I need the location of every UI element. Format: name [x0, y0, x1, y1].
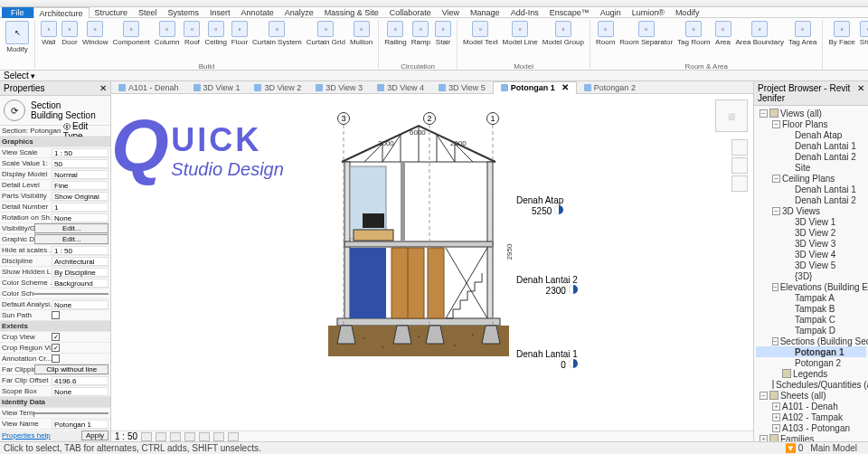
menu-tab[interactable]: Annotate — [236, 7, 279, 18]
tree-item[interactable]: 3D View 4 — [756, 249, 866, 260]
tree-expander[interactable]: − — [772, 175, 780, 183]
tag-room-button[interactable]: ▫Tag Room — [675, 20, 712, 47]
prop-value[interactable]: None — [52, 300, 108, 309]
menu-tab[interactable]: View — [437, 7, 465, 18]
sun-path-icon[interactable] — [170, 432, 181, 441]
model-selector[interactable]: Main Model — [810, 443, 857, 453]
close-tab-icon[interactable]: ✕ — [561, 81, 569, 94]
prop-group-header[interactable]: Graphics — [0, 137, 110, 147]
tree-item[interactable]: −3D Views — [756, 205, 866, 216]
menu-tab[interactable]: Collaborate — [384, 7, 437, 18]
area-button[interactable]: ▫Area — [713, 20, 733, 47]
menu-tab[interactable]: Enscape™ — [544, 7, 595, 18]
tree-expander[interactable]: − — [772, 120, 780, 128]
modify-button[interactable]: ↖ Modify — [4, 20, 31, 54]
view-tab[interactable]: 3D View 4 — [370, 81, 431, 94]
view-tab[interactable]: 3D View 1 — [186, 81, 248, 94]
menu-tab[interactable]: Systems — [163, 7, 205, 18]
visual-style-icon[interactable] — [156, 432, 166, 441]
prop-value[interactable]: 1 — [52, 203, 108, 212]
prop-value[interactable]: 4196.6 — [52, 376, 108, 385]
hide-icon[interactable] — [213, 432, 224, 441]
view-tab[interactable]: 3D View 5 — [431, 81, 493, 94]
room-button[interactable]: ▫Room — [594, 20, 617, 47]
railing-button[interactable]: ▫Railing — [382, 20, 408, 47]
prop-edit-button[interactable]: Edit... — [34, 234, 108, 244]
tree-expander[interactable]: − — [772, 207, 780, 215]
tree-item[interactable]: −Ceiling Plans — [756, 173, 866, 184]
shadows-icon[interactable] — [184, 432, 195, 441]
view-tab[interactable]: Potongan 1 ✕ — [493, 81, 577, 94]
tree-item[interactable]: {3D} — [756, 270, 866, 281]
tree-item[interactable]: Tampak C — [756, 314, 866, 325]
tree-item[interactable]: +A103 - Potongan — [756, 422, 866, 433]
grid-bubble[interactable]: 1 — [486, 112, 499, 125]
model-group-button[interactable]: ▫Model Group — [541, 20, 586, 47]
prop-edit-button[interactable]: Edit... — [34, 223, 108, 233]
prop-group-header[interactable]: Extents — [0, 321, 110, 332]
mullion-button[interactable]: ▫Mullion — [348, 20, 374, 47]
level-marker[interactable]: Denah Atap5250 — [516, 195, 563, 216]
menu-tab[interactable]: Insert — [204, 7, 236, 18]
level-marker[interactable]: Denah Lantai 22300 — [516, 275, 578, 296]
menu-tab[interactable]: Steel — [133, 7, 163, 18]
tree-item[interactable]: Denah Lantai 2 — [756, 194, 866, 205]
view-tab[interactable]: 3D View 2 — [247, 81, 308, 94]
select-dropdown[interactable]: Select ▾ — [0, 71, 868, 81]
close-icon[interactable]: ✕ — [99, 83, 107, 93]
tree-expander[interactable]: − — [760, 392, 768, 400]
tree-item[interactable]: −Floor Plans — [756, 118, 866, 129]
floor-button[interactable]: ▫Floor — [230, 20, 250, 47]
tree-item[interactable]: −Views (all) — [756, 108, 866, 118]
reveal-icon[interactable] — [228, 432, 239, 441]
room-separator-button[interactable]: ▫Room Separator — [618, 20, 675, 47]
menu-tab[interactable]: Augin — [595, 7, 627, 18]
tree-item[interactable]: 3D View 1 — [756, 216, 866, 227]
prop-edit-button[interactable] — [34, 412, 108, 414]
tree-item[interactable]: Potongan 1 — [756, 346, 866, 357]
detail-level-icon[interactable] — [141, 432, 152, 441]
tree-item[interactable]: Legends — [756, 368, 866, 379]
tree-item[interactable]: −Sections (Building Section) — [756, 336, 866, 346]
level-marker[interactable]: Denah Lantai 10 — [516, 349, 578, 370]
prop-checkbox[interactable]: ✓ — [52, 333, 60, 341]
prop-checkbox[interactable]: ✓ — [52, 344, 60, 352]
tree-item[interactable]: Denah Lantai 2 — [756, 151, 866, 162]
menu-tab[interactable]: Architecture — [33, 7, 90, 18]
view-cube[interactable]: ⬜ — [715, 99, 748, 132]
menu-tab[interactable]: Structure — [90, 7, 134, 18]
prop-value[interactable]: None — [52, 387, 108, 396]
area-boundary-button[interactable]: ▫Area Boundary — [734, 20, 786, 47]
prop-value[interactable]: By Discipline — [52, 268, 108, 277]
roof-button[interactable]: ▫Roof — [182, 20, 202, 47]
tree-expander[interactable]: + — [772, 413, 780, 421]
scale-label[interactable]: 1 : 50 — [115, 431, 137, 441]
tree-item[interactable]: Schedules/Quantities (all) — [756, 379, 866, 390]
shaft-button[interactable]: ▫Shaft — [858, 20, 868, 47]
nav-wheel-icon[interactable] — [731, 139, 748, 156]
component-button[interactable]: ▫Component — [110, 20, 151, 47]
tree-item[interactable]: −Elevations (Building Elevation) — [756, 281, 866, 292]
tag-area-button[interactable]: ▫Tag Area — [787, 20, 819, 47]
prop-value[interactable]: Background — [52, 279, 108, 288]
model-line-button[interactable]: ▫Model Line — [501, 20, 540, 47]
by-face-button[interactable]: ▫By Face — [826, 20, 856, 47]
grid-bubble[interactable]: 3 — [337, 112, 350, 125]
tree-item[interactable]: Tampak D — [756, 325, 866, 336]
pan-icon[interactable] — [731, 157, 748, 174]
file-tab[interactable]: File — [2, 7, 33, 18]
apply-button[interactable]: Apply — [81, 430, 108, 440]
tree-item[interactable]: Tampak A — [756, 292, 866, 303]
tree-expander[interactable]: − — [772, 337, 778, 345]
tree-item[interactable]: +A102 - Tampak — [756, 411, 866, 422]
menu-tab[interactable]: Lumion® — [627, 7, 670, 18]
prop-checkbox[interactable] — [52, 311, 60, 319]
menu-tab[interactable]: Massing & Site — [319, 7, 384, 18]
curtain-grid-button[interactable]: ▫Curtain Grid — [305, 20, 347, 47]
prop-value[interactable]: Architectural — [52, 257, 108, 266]
ramp-button[interactable]: ▫Ramp — [410, 20, 432, 47]
curtain-system-button[interactable]: ▫Curtain System — [250, 20, 304, 47]
model-text-button[interactable]: ▫Model Text — [461, 20, 500, 47]
tree-expander[interactable]: − — [772, 283, 778, 291]
tree-item[interactable]: Potongan 2 — [756, 357, 866, 368]
